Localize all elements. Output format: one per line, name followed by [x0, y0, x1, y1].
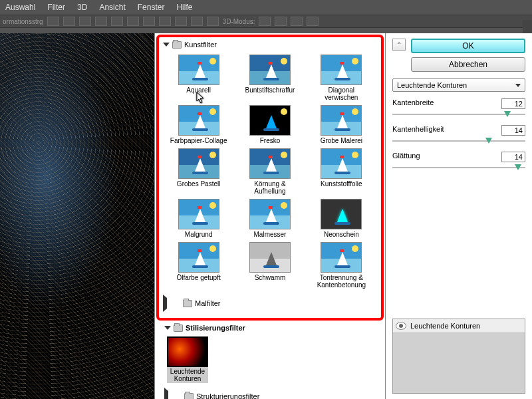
- tool-icon[interactable]: [307, 17, 319, 26]
- toolbar-3d-label: 3D-Modus:: [223, 18, 255, 25]
- folder-icon: [183, 300, 192, 307]
- filter-thumb-leuchtende-konturen[interactable]: Leuchtende Konturen: [167, 336, 208, 383]
- filter-layers-empty: [393, 333, 525, 393]
- tool-icon[interactable]: [291, 17, 303, 26]
- slider-label: Kantenbreite: [392, 98, 434, 109]
- slider-track[interactable]: [392, 137, 525, 145]
- slider-label: Kantenhelligkeit: [392, 125, 444, 136]
- visibility-eye-icon[interactable]: [396, 322, 406, 330]
- tool-icon[interactable]: [207, 17, 219, 26]
- menu-ansicht[interactable]: Ansicht: [99, 3, 125, 12]
- menu-hilfe[interactable]: Hilfe: [176, 3, 192, 12]
- slider-handle[interactable]: [485, 138, 492, 144]
- filter-layer-row[interactable]: Leuchtende Konturen: [393, 319, 525, 333]
- filter-thumb-grobe-malerei[interactable]: Grobe Malerei: [307, 105, 376, 144]
- tool-icon[interactable]: [143, 17, 155, 26]
- category-label: Malfilter: [195, 299, 221, 307]
- menu-filter[interactable]: Filter: [47, 3, 65, 12]
- tool-icon[interactable]: [47, 17, 59, 26]
- options-toolbar: ormationsstrg 3D-Modus:: [0, 15, 532, 28]
- category-malfilter-header[interactable]: Malfilter: [162, 293, 378, 314]
- annotation-highlight: Kunstfilter Aquarell Buntstiftschraffur …: [156, 35, 384, 321]
- filter-thumb-farbpapier-collage[interactable]: Farbpapier-Collage: [164, 105, 233, 144]
- filter-layers-panel: Leuchtende Konturen: [392, 319, 525, 394]
- category-label: Kunstfilter: [184, 41, 217, 49]
- disclosure-down-icon: [163, 43, 170, 47]
- slider-handle[interactable]: [515, 164, 521, 170]
- slider-value-input[interactable]: [501, 152, 525, 162]
- dropdown-value: Leuchtende Konturen: [397, 81, 467, 89]
- slider-value-input[interactable]: [501, 125, 525, 136]
- filter-preview[interactable]: [0, 33, 154, 399]
- menu-3d[interactable]: 3D: [77, 3, 87, 12]
- filter-thumb-diagonal-verwischen[interactable]: Diagonal verwischen: [307, 55, 376, 101]
- disclosure-right-icon: [163, 295, 180, 312]
- menu-auswahl[interactable]: Auswahl: [5, 3, 35, 12]
- slider-handle[interactable]: [504, 111, 511, 117]
- slider-value-input[interactable]: [501, 98, 525, 109]
- filter-thumb-neonschein[interactable]: Neonschein: [307, 199, 376, 238]
- filter-thumb-oelfarbe-getupft[interactable]: Ölfarbe getupft: [164, 242, 233, 289]
- filter-thumb-koernung-aufhellung[interactable]: Körnung & Aufhellung: [235, 148, 304, 195]
- tool-icon[interactable]: [159, 17, 171, 26]
- filter-thumb-kunststofffolie[interactable]: Kunststofffolie: [307, 148, 376, 195]
- slider-track[interactable]: [392, 110, 525, 118]
- menu-fenster[interactable]: Fenster: [138, 3, 165, 12]
- filter-categories-panel: Kunstfilter Aquarell Buntstiftschraffur …: [154, 33, 386, 399]
- tool-icon[interactable]: [95, 17, 107, 26]
- category-stilisierungsfilter-header[interactable]: Stilisierungsfilter: [160, 322, 380, 334]
- zoom-toggle-button[interactable]: ⌃: [392, 39, 406, 51]
- tool-icon[interactable]: [127, 17, 139, 26]
- collapse-icon: ⌃: [396, 41, 402, 49]
- folder-icon: [184, 393, 194, 400]
- slider-track[interactable]: [392, 164, 525, 172]
- slider-kantenhelligkeit: Kantenhelligkeit: [392, 125, 525, 145]
- tool-icon[interactable]: [79, 17, 91, 26]
- tool-icon[interactable]: [275, 17, 287, 26]
- filter-layer-label: Leuchtende Konturen: [410, 322, 480, 330]
- tool-icon[interactable]: [111, 17, 123, 26]
- menubar: Auswahl Filter 3D Ansicht Fenster Hilfe: [0, 0, 532, 15]
- filter-thumb-aquarell[interactable]: Aquarell: [164, 55, 233, 101]
- disclosure-right-icon: [164, 388, 182, 399]
- filter-thumb-malgrund[interactable]: Malgrund: [164, 199, 233, 238]
- category-label: Stilisierungsfilter: [186, 324, 245, 332]
- category-kunstfilter-header[interactable]: Kunstfilter: [162, 39, 378, 51]
- filter-options-panel: ⌃ OK Abbrechen Leuchtende Konturen Kante…: [386, 33, 532, 399]
- filter-thumb-malmesser[interactable]: Malmesser: [235, 199, 304, 238]
- filter-thumb-grobes-pastell[interactable]: Grobes Pastell: [164, 148, 233, 195]
- tool-icon[interactable]: [63, 17, 75, 26]
- tool-icon[interactable]: [175, 17, 187, 26]
- filter-gallery-dialog: Kunstfilter Aquarell Buntstiftschraffur …: [0, 33, 532, 399]
- ok-button[interactable]: OK: [411, 39, 525, 53]
- slider-label: Glättung: [392, 152, 420, 162]
- toolbar-left-label: ormationsstrg: [3, 18, 43, 25]
- filter-thumb-buntstiftschraffur[interactable]: Buntstiftschraffur: [235, 55, 304, 101]
- cancel-button[interactable]: Abbrechen: [411, 57, 525, 72]
- filter-thumb-tontrennung-kantenbetonung[interactable]: Tontrennung & Kantenbetonung: [307, 242, 376, 289]
- folder-icon: [172, 41, 182, 49]
- tool-icon[interactable]: [191, 17, 203, 26]
- filter-thumb-fresko[interactable]: Fresko: [235, 105, 304, 144]
- filter-thumb-schwamm[interactable]: Schwamm: [235, 242, 304, 289]
- filter-select-dropdown[interactable]: Leuchtende Konturen: [392, 78, 525, 92]
- chevron-down-icon: [515, 84, 521, 87]
- folder-icon: [174, 325, 183, 332]
- slider-kantenbreite: Kantenbreite: [392, 98, 525, 118]
- category-strukturierungsfilter-header[interactable]: Strukturierungsfilter: [160, 386, 380, 399]
- slider-glaettung: Glättung: [392, 152, 525, 172]
- category-label: Strukturierungsfilter: [196, 392, 259, 399]
- kunstfilter-grid: Aquarell Buntstiftschraffur Diagonal ver…: [162, 51, 378, 293]
- disclosure-down-icon: [164, 326, 171, 330]
- tool-icon[interactable]: [259, 17, 271, 26]
